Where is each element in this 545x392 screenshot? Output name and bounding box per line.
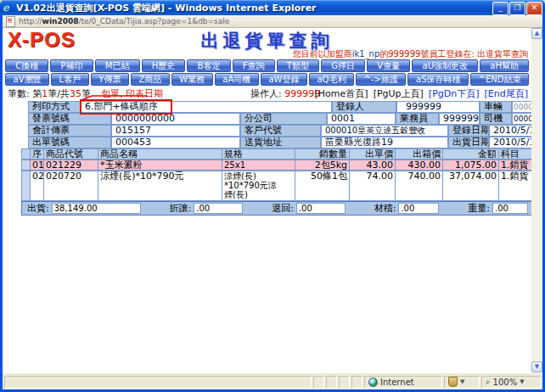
table-cell: 37,074.00 [442,171,499,201]
total-group: 折讓:.00 [170,202,244,215]
table-cell: 1,075.00 [442,160,499,171]
status-bar: Internet ▼ ⌕ 100% ▼ [3,372,542,389]
record-status-line: 筆數: 第1筆/共35筆 包單, 印表日期 操作人: 999999 [Home首… [6,87,528,98]
salesman-value: 999999 [439,113,480,125]
table-cell: 021229 [43,160,98,171]
branch-label: 分公司 [240,113,327,125]
invoice-value: 0000000000 [111,113,240,125]
total-label: 材積: [374,202,396,215]
toolbar-button[interactable]: C換檔 [5,59,48,72]
table-cell: 2包5kg [295,160,350,171]
toolbar-button[interactable]: G擇日 [321,59,365,72]
paging-link[interactable]: [End尾頁] [485,88,529,99]
toolbar-button[interactable]: ^->維護 [356,73,406,86]
table-cell: 50條1包 [295,171,350,201]
table-cell: 020720 [43,171,98,201]
paging-link[interactable]: [PgDn下頁] [429,88,480,99]
address-url[interactable]: http://win2008/te/0_CData/Tijia.asp?page… [19,17,229,25]
table-cell: 02 [30,171,44,201]
total-group: 出貨:38,149.00 [27,202,141,215]
header-cell: 序 [30,148,44,160]
header-cell: 商品名稱 [98,148,222,160]
total-group: 重量:.00 [468,202,528,215]
totals-bar: 出貨:38,149.00折讓:.00退回:.00材積:.00重量:.00 [21,201,531,216]
vertical-scrollbar[interactable]: ▲ ▼ [531,28,542,372]
status-segment [313,376,324,389]
window-title: V1.02出退貨查詢[X-POS 雲端網] - Windows Internet… [16,2,492,14]
total-value: .00 [194,203,243,214]
magnifier-icon: ⌕ [486,378,491,386]
table-cell: 01 [30,160,44,171]
status-main-panel [4,376,312,389]
protected-mode-panel[interactable]: ▼ [444,376,480,389]
header-cell: 銷數量 [295,148,350,160]
maximize-button[interactable]: ❐ [509,2,525,15]
ship-date-label: 出貨日期 [448,137,489,148]
scroll-down-icon[interactable]: ▼ [531,361,542,372]
login-person-label: 登錄人 [332,101,396,113]
close-button[interactable]: ✕ [526,2,542,15]
toolbar-button[interactable]: aQ毛利 [309,73,354,86]
ie-logo-icon: e [3,3,14,14]
reg-date-label: 登錄日期 [448,125,489,137]
toolbar-row-1: C換檔P補印M已結H歷史B客定F查詢T類型G擇日V查量aU強制更改aH幫助 [5,59,529,72]
zoom-level: 100% [493,378,518,387]
customer-label: 客戶代號 [240,125,321,137]
header-cell: 商品代號 [43,148,98,160]
toolbar-button[interactable]: H歷史 [142,59,186,72]
login-person-value: 999999 [396,101,480,113]
zone-panel: Internet [364,376,442,389]
header-cell: 出箱價 [395,148,443,160]
total-value: .00 [492,203,528,214]
toolbar-button[interactable]: Y傳票 [91,73,129,86]
toolbar-button[interactable]: F查詢 [233,59,275,72]
toolbar-button[interactable]: T類型 [277,59,319,72]
table-cell: 涼煙(長) *10*790元涼 煙(長) [222,171,295,201]
total-value: .00 [398,203,439,214]
toolbar-button[interactable]: B客定 [187,59,230,72]
toolbar-button[interactable]: V查量 [367,59,410,72]
toolbar-button[interactable]: aA司機 [215,73,259,86]
vehicle-value: 0000 [512,101,531,113]
toolbar-button[interactable]: ^END結束 [470,73,529,86]
invoice-label: 發票號碼 [28,113,111,125]
total-label: 出貨: [27,202,49,215]
zoom-panel[interactable]: ⌕ 100% ▼ [481,376,541,389]
internet-globe-icon [368,378,378,387]
header-cell: 金額 [442,148,499,160]
toolbar-row-2: aV瀏覽L客戶Y傳票Z商品W業務aA司機aW登錄aQ毛利^->維護aS保存轉檔^… [5,73,529,86]
toolbar-button[interactable]: M已結 [95,59,140,72]
toolbar-button[interactable]: L客戶 [51,73,89,86]
driver-value: 000000 [512,113,531,125]
toolbar-button[interactable]: aV瀏覽 [5,73,49,86]
status-segment [339,376,350,389]
total-label: 退回: [272,202,294,215]
toolbar-button[interactable]: P補印 [50,59,93,72]
branch-value: 0001 [327,113,396,125]
chevron-down-icon: ▼ [520,378,524,385]
table-cell: *玉米澱粉 [98,160,222,171]
voucher-value: 015157 [111,125,240,137]
paging-link[interactable]: [PgUp上頁] [374,88,424,99]
header-cell: 出單價 [349,148,396,160]
table-cell: 43.00 [349,160,396,171]
paging-links: [Home首頁][PgUp上頁][PgDn下頁][End尾頁] [310,87,528,100]
header-cell: 規格 [222,148,295,160]
toolbar-button[interactable]: aU強制更改 [412,59,478,72]
toolbar-button[interactable]: W業務 [171,73,213,86]
paging-link[interactable]: [Home首頁] [315,88,368,99]
total-label: 折讓: [170,202,192,215]
table-cell: 430.00 [395,160,443,171]
toolbar-button[interactable]: aW登錄 [261,73,307,86]
table-cell: 25x1 [222,160,295,171]
toolbar-button[interactable]: aH幫助 [480,59,529,72]
toolbar-button[interactable]: Z商品 [131,73,170,86]
scroll-up-icon[interactable]: ▲ [531,28,542,39]
minimize-button[interactable]: _ [492,2,508,15]
driver-label: 司機 [480,113,512,125]
order-no-value: 000453 [111,137,240,148]
status-segment [351,376,362,389]
customer-value: 000010皇英立達五穀豐收 [321,125,448,137]
toolbar-button[interactable]: aS保存轉檔 [407,73,469,86]
chevron-down-icon: ▼ [460,378,464,385]
